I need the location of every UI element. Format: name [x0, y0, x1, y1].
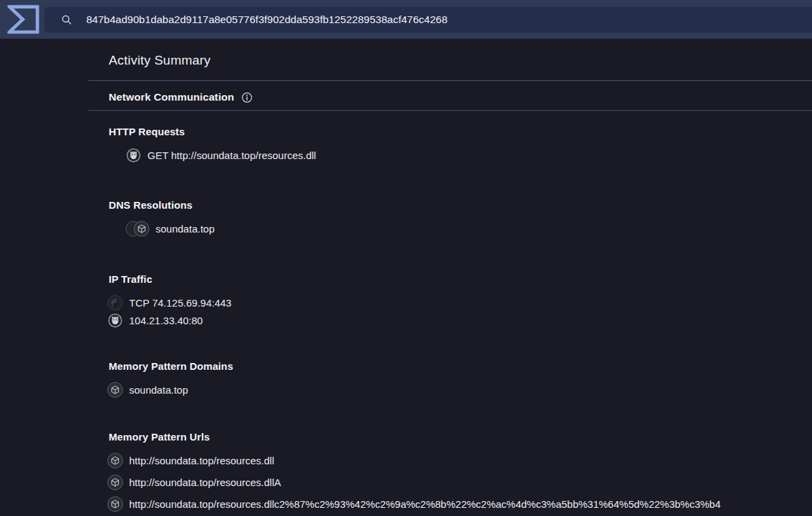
- row-text: soundata.top: [129, 384, 188, 396]
- activity-group: DNS Resolutions soundata.top: [109, 198, 812, 237]
- activity-row: soundata.top: [107, 382, 812, 398]
- malware-family-icon: [126, 148, 141, 163]
- activity-group: Memory Pattern Urls http://soundata.top/…: [109, 430, 812, 512]
- group-rows: http://soundata.top/resources.dllhttp://…: [109, 453, 812, 512]
- search-icon: [61, 14, 72, 25]
- package-icon: [107, 496, 123, 512]
- topbar: [0, 0, 812, 39]
- section-title: Network Communication: [109, 91, 234, 103]
- row-text: http://soundata.top/resources.dllA: [129, 477, 281, 488]
- activity-row: GET http://soundata.top/resources.dll: [126, 148, 812, 163]
- report-content: Activity Summary Network Communication H…: [0, 52, 812, 512]
- group-rows: GET http://soundata.top/resources.dll: [109, 148, 812, 163]
- malware-family-icon: [107, 313, 123, 328]
- package-icon: [107, 382, 123, 398]
- activity-group: Memory Pattern Domains soundata.top: [109, 359, 812, 398]
- search-input[interactable]: [86, 14, 812, 26]
- section-header-network-communication: Network Communication: [109, 90, 812, 105]
- group-heading: IP Traffic: [109, 272, 812, 286]
- group-rows: soundata.top: [109, 382, 812, 398]
- group-heading: HTTP Requests: [109, 124, 812, 139]
- network-swirl-icon: [107, 295, 123, 311]
- group-rows: TCP 74.125.69.94:443104.21.33.40:80: [109, 295, 812, 328]
- row-text: TCP 74.125.69.94:443: [129, 297, 232, 309]
- package-icon: [134, 221, 149, 237]
- activity-row: TCP 74.125.69.94:443: [107, 295, 812, 311]
- sigma-logo-icon: [7, 5, 39, 34]
- row-text: GET http://soundata.top/resources.dll: [147, 150, 316, 161]
- package-icon: [107, 475, 123, 490]
- search-bar[interactable]: [44, 7, 812, 33]
- group-heading: Memory Pattern Domains: [109, 359, 812, 373]
- group-rows: soundata.top: [109, 221, 812, 237]
- row-text: http://soundata.top/resources.dllc2%87%c…: [129, 498, 721, 510]
- divider: [88, 110, 812, 111]
- divider: [88, 80, 812, 81]
- group-heading: DNS Resolutions: [109, 198, 812, 212]
- stacked-domain-icon: [126, 221, 149, 237]
- activity-groups: HTTP Requests GET http://soundata.top/re…: [88, 124, 812, 512]
- group-heading: Memory Pattern Urls: [109, 430, 812, 444]
- activity-row: http://soundata.top/resources.dllc2%87%c…: [107, 496, 812, 512]
- activity-row: http://soundata.top/resources.dllA: [107, 475, 812, 490]
- triage-logo[interactable]: [7, 5, 39, 34]
- row-text: http://soundata.top/resources.dll: [129, 455, 274, 466]
- row-text: 104.21.33.40:80: [129, 315, 202, 326]
- activity-group: IP Traffic TCP 74.125.69.94:443104.21.33…: [109, 272, 812, 328]
- page-title: Activity Summary: [109, 52, 812, 69]
- info-icon[interactable]: [241, 92, 253, 103]
- activity-group: HTTP Requests GET http://soundata.top/re…: [109, 124, 812, 163]
- activity-row: soundata.top: [126, 221, 812, 237]
- row-text: soundata.top: [156, 223, 215, 235]
- package-icon: [107, 453, 123, 468]
- activity-row: 104.21.33.40:80: [107, 313, 812, 328]
- activity-row: http://soundata.top/resources.dll: [107, 453, 812, 468]
